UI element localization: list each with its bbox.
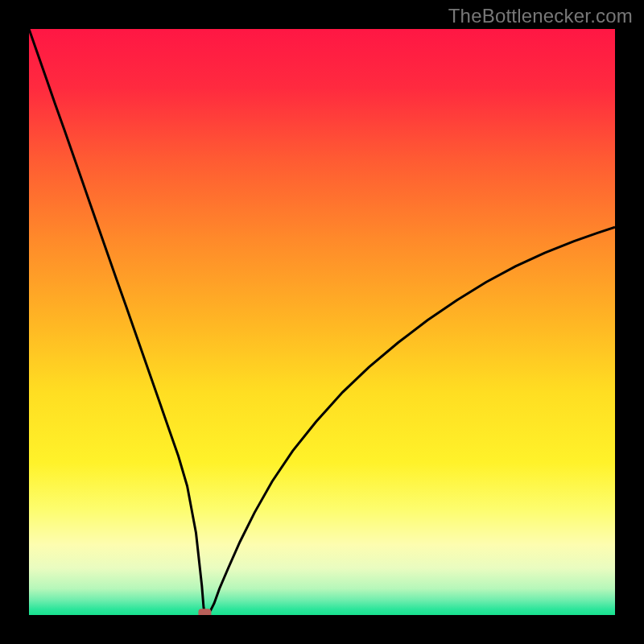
chart-svg: [29, 29, 615, 615]
gradient-background: [29, 29, 615, 615]
optimal-marker: [198, 609, 211, 615]
chart-frame: TheBottlenecker.com: [0, 0, 644, 644]
watermark-text: TheBottlenecker.com: [448, 5, 633, 27]
plot-area: [29, 29, 615, 615]
